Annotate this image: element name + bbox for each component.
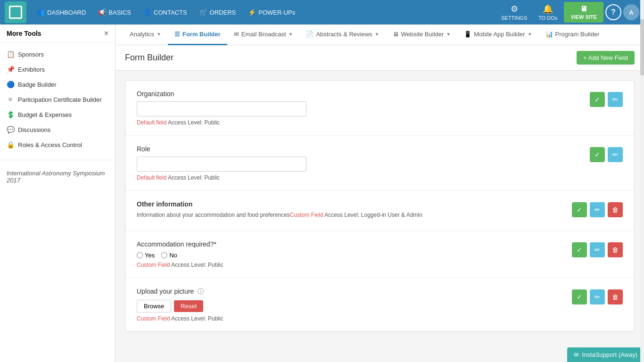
accommodation-no-radio[interactable] — [161, 252, 167, 258]
top-nav-items: 👥 DASHBOARD 📢 BASICS 👤 CONTACTS 🛒 ORDERS… — [31, 6, 496, 19]
page-title: Form Builder — [125, 53, 173, 63]
right-scrollbar[interactable] — [640, 0, 644, 362]
nav-item-contacts[interactable]: 👤 CONTACTS — [138, 6, 193, 19]
todos-icon: 🔔 — [543, 4, 553, 14]
view-site-label: VIEW SITE — [570, 14, 597, 20]
upload-picture-label-text: Upload your picture — [137, 288, 194, 295]
tab-abstracts-reviews[interactable]: 📄 Abstracts & Reviews ▼ — [299, 25, 386, 45]
page-wrapper: 👥 DASHBOARD 📢 BASICS 👤 CONTACTS 🛒 ORDERS… — [0, 0, 644, 362]
organization-meta: Default field Access Level: Public — [137, 119, 582, 126]
organization-actions: ✓ ✏ — [590, 90, 623, 107]
upload-picture-label: Upload your picture ⓘ — [137, 288, 564, 296]
accommodation-check-button[interactable]: ✓ — [572, 242, 587, 257]
accommodation-yes-option[interactable]: Yes — [137, 252, 155, 259]
insta-support-button[interactable]: ✉ InstaSupport (Away) — [567, 347, 644, 362]
role-input[interactable] — [137, 156, 306, 172]
upload-row: Browse Reset — [137, 300, 564, 313]
nav-item-basics[interactable]: 📢 BASICS — [92, 6, 137, 19]
other-info-check-button[interactable]: ✓ — [572, 202, 587, 217]
field-content-organization: Organization Default field Access Level:… — [137, 90, 582, 126]
nav-item-powerups[interactable]: ⚡ POWER-UPs — [242, 6, 301, 19]
insta-support-label: InstaSupport (Away) — [582, 351, 637, 358]
nav-label-orders: ORDERS — [210, 9, 236, 16]
orders-icon: 🛒 — [199, 8, 207, 16]
discussions-icon: 💬 — [7, 126, 14, 133]
field-row-accommodation: Accommodation required?* Yes No — [125, 231, 634, 278]
accommodation-yes-radio[interactable] — [137, 252, 143, 258]
role-edit-button[interactable]: ✏ — [608, 147, 623, 162]
analytics-tab-label: Analytics — [130, 31, 154, 38]
cert-icon: ✳ — [7, 96, 14, 103]
abstracts-tab-label: Abstracts & Reviews — [316, 31, 372, 38]
organization-label: Organization — [137, 90, 582, 98]
upload-picture-check-button[interactable]: ✓ — [572, 289, 587, 304]
sidebar-item-discussions[interactable]: 💬 Discussions — [0, 122, 115, 137]
content-area: Organization Default field Access Level:… — [116, 71, 644, 362]
view-site-button[interactable]: 🖥 VIEW SITE — [564, 2, 603, 23]
nav-settings[interactable]: ⚙ SETTINGS — [496, 1, 532, 24]
sidebar-item-label: Exhibitors — [18, 66, 45, 73]
nav-item-dashboard[interactable]: 👥 DASHBOARD — [31, 6, 91, 19]
organization-check-button[interactable]: ✓ — [590, 92, 605, 107]
accommodation-field-type: Custom Field — [137, 262, 170, 268]
sidebar-event-name: International Astronomy Symposium 2017 — [0, 164, 115, 189]
sidebar-item-participation-cert[interactable]: ✳ Participation Certificate Builder — [0, 92, 115, 107]
sidebar-item-roles[interactable]: 🔒 Roles & Access Control — [0, 137, 115, 152]
reset-button[interactable]: Reset — [174, 300, 203, 312]
browse-button[interactable]: Browse — [137, 300, 171, 313]
tab-email-broadcast[interactable]: ✉ Email Broadcast ▼ — [227, 25, 300, 45]
logo-icon — [9, 6, 22, 19]
upload-picture-access: Access Level: Public — [171, 315, 223, 322]
upload-picture-info-icon: ⓘ — [198, 288, 204, 295]
mobile-caret: ▼ — [528, 32, 532, 37]
user-menu-button[interactable]: A — [623, 4, 639, 20]
upload-picture-delete-button[interactable]: 🗑 — [608, 289, 623, 304]
sidebar-item-label: Discussions — [18, 126, 50, 133]
content-header: Form Builder + Add New Field — [116, 45, 644, 71]
right-panel: Analytics ▼ ☰ Form Builder ✉ Email Broad… — [116, 25, 644, 362]
tab-analytics[interactable]: Analytics ▼ — [123, 25, 168, 45]
organization-input[interactable] — [137, 101, 306, 116]
help-button[interactable]: ? — [605, 4, 621, 20]
field-content-upload-picture: Upload your picture ⓘ Browse Reset Custo… — [137, 288, 564, 322]
accommodation-edit-button[interactable]: ✏ — [590, 242, 605, 257]
insta-support-icon: ✉ — [574, 351, 579, 358]
nav-item-orders[interactable]: 🛒 ORDERS — [194, 6, 242, 19]
role-check-button[interactable]: ✓ — [590, 147, 605, 162]
other-info-access: Access Level: Logged-in User & Admin — [323, 212, 422, 218]
sub-nav: Analytics ▼ ☰ Form Builder ✉ Email Broad… — [116, 25, 644, 45]
upload-picture-field-type: Custom Field — [137, 315, 170, 322]
sidebar-item-exhibitors[interactable]: 📌 Exhibitors — [0, 62, 115, 77]
other-info-label: Other information — [137, 200, 564, 208]
accommodation-delete-button[interactable]: 🗑 — [608, 242, 623, 257]
dashboard-icon: 👥 — [37, 8, 45, 16]
sidebar-item-badge-builder[interactable]: 🔵 Badge Builder — [0, 77, 115, 92]
upload-picture-edit-button[interactable]: ✏ — [590, 289, 605, 304]
organization-edit-button[interactable]: ✏ — [608, 92, 623, 107]
tab-mobile-app-builder[interactable]: 📱 Mobile App Builder ▼ — [457, 25, 538, 45]
tab-website-builder[interactable]: 🖥 Website Builder ▼ — [386, 25, 458, 45]
basics-icon: 📢 — [98, 8, 106, 16]
sidebar-title: More Tools — [7, 30, 41, 37]
accommodation-no-option[interactable]: No — [161, 252, 177, 259]
accommodation-access: Access Level: Public — [171, 262, 223, 268]
add-new-field-button[interactable]: + Add New Field — [577, 51, 635, 65]
sponsors-icon: 📋 — [7, 50, 14, 58]
powerups-icon: ⚡ — [248, 8, 256, 16]
sidebar-close-button[interactable]: × — [104, 29, 108, 38]
program-icon: 📊 — [545, 31, 553, 38]
nav-todos[interactable]: 🔔 TO DOs — [534, 1, 562, 24]
other-info-edit-button[interactable]: ✏ — [590, 202, 605, 217]
sidebar-item-sponsors[interactable]: 📋 Sponsors — [0, 47, 115, 62]
abstracts-caret: ▼ — [375, 32, 380, 37]
email-caret: ▼ — [289, 32, 293, 37]
sidebar-item-budget[interactable]: 💲 Budget & Expenses — [0, 107, 115, 122]
other-info-description: Information about your accommodation and… — [137, 212, 564, 218]
tab-program-builder[interactable]: 📊 Program Builder — [539, 25, 606, 45]
tab-form-builder[interactable]: ☰ Form Builder — [168, 25, 227, 45]
help-icon: ? — [611, 8, 616, 16]
other-info-delete-button[interactable]: 🗑 — [608, 202, 623, 217]
user-avatar-label: A — [629, 9, 633, 16]
app-logo[interactable] — [5, 1, 26, 23]
top-nav: 👥 DASHBOARD 📢 BASICS 👤 CONTACTS 🛒 ORDERS… — [0, 0, 644, 25]
